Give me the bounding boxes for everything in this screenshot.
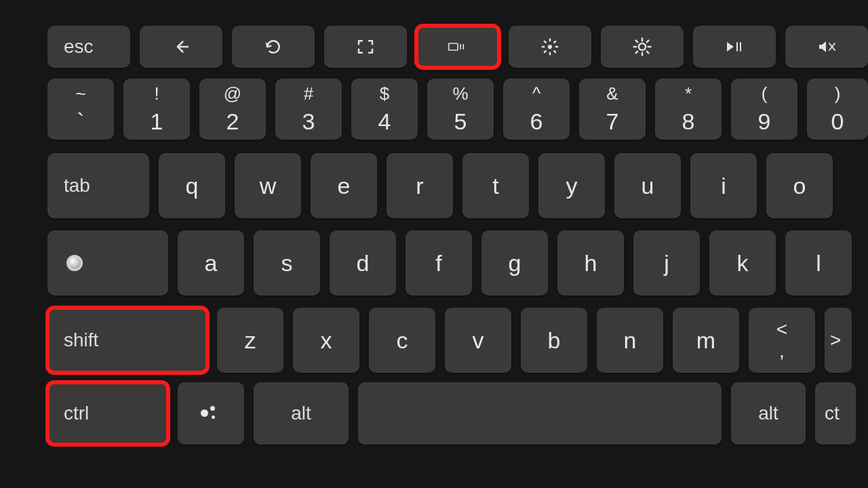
- key-fullscreen[interactable]: [324, 26, 407, 68]
- key-brightness-down[interactable]: [509, 26, 591, 68]
- key-mute[interactable]: [785, 26, 868, 68]
- key-o[interactable]: o: [766, 153, 833, 218]
- brightness-up-icon: [632, 37, 652, 57]
- key-i[interactable]: i: [690, 153, 757, 218]
- ctrl-label: ctrl: [64, 403, 89, 424]
- key-brightness-up[interactable]: [601, 26, 684, 68]
- key-shift-left[interactable]: shift: [47, 308, 208, 373]
- search-circle-icon: [66, 255, 83, 271]
- key-n[interactable]: n: [597, 308, 663, 373]
- esc-label: esc: [64, 36, 94, 58]
- key-spacebar[interactable]: [358, 382, 722, 445]
- key-d[interactable]: d: [330, 230, 396, 296]
- svg-point-3: [548, 45, 552, 49]
- key-f[interactable]: f: [406, 230, 472, 296]
- key-alt-left[interactable]: alt: [254, 382, 349, 445]
- key-q[interactable]: q: [159, 153, 225, 218]
- key-tab[interactable]: tab: [47, 153, 149, 218]
- key-v[interactable]: v: [445, 308, 511, 373]
- key-e[interactable]: e: [311, 153, 377, 218]
- key-backtick[interactable]: ~`: [47, 79, 114, 140]
- key-back[interactable]: [140, 26, 222, 68]
- key-4[interactable]: $4: [351, 79, 418, 140]
- overview-icon: [448, 37, 468, 57]
- key-u[interactable]: u: [614, 153, 681, 218]
- key-t[interactable]: t: [462, 153, 529, 218]
- key-ctrl-left[interactable]: ctrl: [47, 382, 168, 445]
- back-arrow-icon: [171, 37, 191, 57]
- key-alt-right[interactable]: alt: [731, 382, 806, 445]
- ctrl-right-label: ct: [825, 403, 840, 424]
- key-1[interactable]: !1: [123, 79, 190, 140]
- svg-line-20: [647, 41, 649, 43]
- key-2[interactable]: @2: [199, 79, 266, 140]
- key-ctrl-right[interactable]: ct: [815, 382, 856, 445]
- key-k[interactable]: k: [709, 230, 776, 296]
- alt-right-label: alt: [758, 403, 778, 424]
- refresh-icon: [263, 37, 283, 57]
- qwerty-row: tab q w e r t y u i o: [47, 153, 868, 218]
- home-row: a s d f g h j k l: [47, 230, 868, 296]
- svg-line-9: [554, 51, 555, 52]
- shift-label: shift: [64, 329, 98, 351]
- svg-line-10: [545, 51, 546, 52]
- fullscreen-icon: [355, 37, 376, 57]
- chromebook-keyboard: esc: [47, 26, 868, 454]
- brightness-down-icon: [540, 37, 560, 57]
- svg-line-11: [554, 41, 555, 43]
- key-b[interactable]: b: [521, 308, 587, 373]
- key-y[interactable]: y: [538, 153, 605, 218]
- key-w[interactable]: w: [235, 153, 301, 218]
- key-l[interactable]: l: [785, 230, 852, 296]
- key-play-pause[interactable]: [693, 26, 776, 68]
- function-row: esc: [47, 26, 868, 68]
- shift-row: shift z x c v b n m < , >: [47, 308, 868, 373]
- key-r[interactable]: r: [387, 153, 453, 218]
- key-5[interactable]: %5: [427, 79, 494, 140]
- key-esc[interactable]: esc: [47, 26, 130, 68]
- svg-line-19: [636, 52, 638, 54]
- key-s[interactable]: s: [254, 230, 320, 296]
- key-refresh[interactable]: [232, 26, 315, 68]
- key-overview[interactable]: [416, 26, 499, 68]
- assistant-icon: [201, 406, 221, 421]
- key-comma[interactable]: < ,: [749, 308, 815, 373]
- key-8[interactable]: *8: [655, 79, 722, 140]
- key-a[interactable]: a: [178, 230, 244, 296]
- key-period[interactable]: >: [825, 308, 852, 373]
- key-x[interactable]: x: [293, 308, 359, 373]
- key-search[interactable]: [47, 230, 168, 296]
- control-row: ctrl alt alt ct: [47, 382, 868, 445]
- key-g[interactable]: g: [481, 230, 548, 296]
- key-assistant[interactable]: [178, 382, 244, 445]
- mute-icon: [816, 37, 837, 57]
- number-row: ~` !1 @2 #3 $4 %5 ^6 &7 *8 (9 )0: [47, 79, 868, 140]
- svg-line-8: [545, 41, 546, 43]
- key-m[interactable]: m: [673, 308, 739, 373]
- key-3[interactable]: #3: [275, 79, 342, 140]
- alt-left-label: alt: [291, 403, 311, 424]
- play-pause-icon: [724, 37, 745, 57]
- key-9[interactable]: (9: [731, 79, 797, 140]
- key-0[interactable]: )0: [807, 79, 868, 140]
- tab-label: tab: [64, 175, 90, 197]
- svg-rect-0: [449, 43, 458, 50]
- svg-point-12: [639, 43, 646, 50]
- key-z[interactable]: z: [217, 308, 283, 373]
- key-7[interactable]: &7: [579, 79, 646, 140]
- svg-line-18: [647, 52, 649, 54]
- key-h[interactable]: h: [557, 230, 624, 296]
- key-c[interactable]: c: [369, 308, 435, 373]
- key-6[interactable]: ^6: [503, 79, 570, 140]
- svg-line-17: [636, 41, 638, 43]
- key-j[interactable]: j: [633, 230, 700, 296]
